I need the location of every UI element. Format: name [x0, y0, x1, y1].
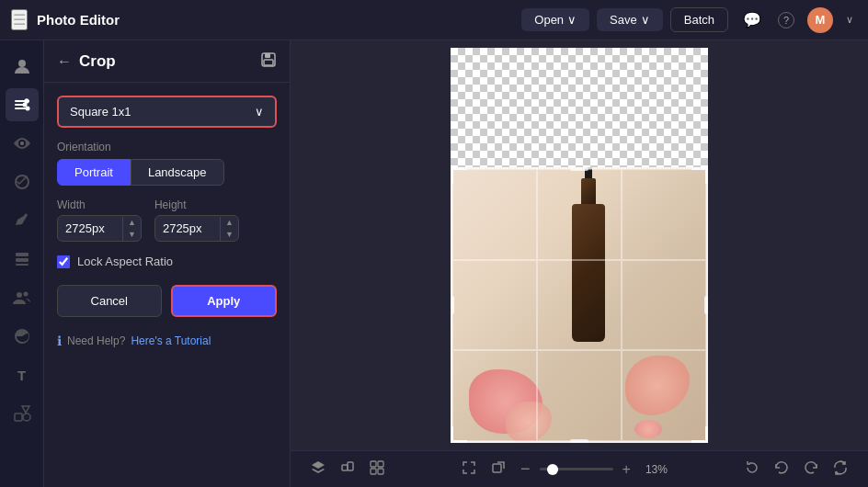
toolbar-history-group	[739, 457, 853, 481]
svg-rect-20	[342, 465, 348, 470]
lock-aspect-label: Lock Aspect Ratio	[77, 255, 173, 268]
chat-button[interactable]: 💬	[739, 7, 765, 32]
toolbar-zoom-group: − + 13%	[456, 456, 673, 482]
crop-handle-top-mid[interactable]	[570, 167, 588, 171]
svg-rect-26	[493, 464, 501, 472]
app-header: ☰ Photo Editor Open ∨ Save ∨ Batch 💬 ? M…	[0, 0, 868, 40]
sidebar-item-layers[interactable]	[6, 243, 39, 276]
crop-grid	[452, 169, 706, 441]
svg-point-13	[23, 292, 28, 297]
save-label: Save	[610, 13, 637, 27]
rotate-ccw-button[interactable]	[739, 457, 765, 481]
svg-rect-24	[371, 469, 376, 474]
height-input[interactable]	[155, 216, 220, 241]
panel-title: Crop	[79, 52, 116, 71]
crop-cell	[537, 169, 622, 260]
zoom-in-button[interactable]: +	[617, 458, 636, 481]
svg-rect-9	[16, 253, 29, 256]
sidebar-item-adjust[interactable]	[6, 88, 39, 121]
undo-button[interactable]	[769, 457, 794, 481]
info-icon: ℹ	[57, 334, 62, 348]
avatar[interactable]: M	[807, 7, 833, 33]
canvas-toolbar: − + 13%	[291, 450, 868, 487]
canvas-content[interactable]	[291, 40, 868, 450]
width-label: Width	[57, 198, 142, 211]
grid-toolbar-button[interactable]	[364, 457, 390, 481]
svg-marker-15	[22, 406, 29, 413]
crop-handle-bl[interactable]	[451, 426, 467, 443]
menu-icon[interactable]: ☰	[11, 9, 28, 30]
lock-aspect-row: Lock Aspect Ratio	[57, 255, 277, 268]
help-row: ℹ Need Help? Here's a Tutorial	[57, 334, 277, 348]
width-stepper: ▲ ▼	[122, 217, 141, 241]
portrait-button[interactable]: Portrait	[57, 159, 131, 186]
save-button[interactable]: Save ∨	[597, 8, 663, 31]
canvas-area: − + 13%	[291, 40, 868, 487]
svg-rect-3	[15, 108, 27, 109]
toolbar-left-group	[305, 457, 390, 481]
height-input-wrap: ▲ ▼	[154, 215, 239, 242]
sidebar-item-eye[interactable]	[6, 127, 39, 160]
reset-button[interactable]	[828, 457, 853, 481]
cancel-button[interactable]: Cancel	[57, 285, 162, 317]
dropdown-value: Square 1x1	[70, 105, 131, 119]
save-panel-icon[interactable]	[260, 51, 277, 71]
orientation-label: Orientation	[57, 141, 277, 153]
help-text: Need Help?	[67, 334, 125, 347]
crop-overlay[interactable]	[451, 167, 708, 443]
svg-rect-18	[265, 53, 270, 58]
crop-handle-right-mid[interactable]	[704, 296, 708, 314]
sidebar-item-text[interactable]: T	[6, 358, 39, 391]
width-increment-button[interactable]: ▲	[123, 217, 141, 229]
zoom-out-button[interactable]: −	[515, 456, 536, 482]
sidebar-item-shapes[interactable]	[6, 397, 39, 430]
tutorial-link[interactable]: Here's a Tutorial	[131, 334, 211, 347]
crop-panel: ← Crop Square 1x1 ∨ Orientation Portrait…	[44, 40, 291, 487]
redo-button[interactable]	[798, 457, 824, 481]
layers-toolbar-button[interactable]	[305, 457, 331, 481]
sidebar-item-person[interactable]	[6, 50, 39, 83]
app-title: Photo Editor	[37, 12, 120, 28]
svg-point-7	[20, 142, 24, 145]
open-button[interactable]: Open ∨	[521, 8, 589, 31]
product-image	[451, 167, 708, 443]
crop-handle-left-mid[interactable]	[451, 296, 454, 314]
landscape-button[interactable]: Landscape	[131, 159, 224, 186]
svg-point-6	[25, 107, 29, 111]
height-increment-button[interactable]: ▲	[221, 217, 238, 229]
aspect-ratio-dropdown[interactable]: Square 1x1 ∨	[57, 96, 277, 128]
lock-aspect-checkbox[interactable]	[57, 255, 70, 268]
fullscreen-button[interactable]	[456, 457, 482, 481]
help-button[interactable]: ?	[774, 7, 798, 32]
sidebar-item-retouch[interactable]	[6, 204, 39, 237]
batch-button[interactable]: Batch	[670, 7, 728, 32]
svg-rect-23	[378, 461, 383, 467]
sidebar-item-people[interactable]	[6, 281, 39, 314]
width-input[interactable]	[58, 216, 122, 241]
crop-cell	[452, 260, 537, 351]
expand-toolbar-button[interactable]	[335, 457, 360, 481]
dropdown-chevron-icon: ∨	[255, 105, 264, 119]
width-decrement-button[interactable]: ▼	[123, 229, 141, 241]
svg-rect-14	[15, 413, 22, 421]
crop-handle-tl[interactable]	[451, 167, 467, 184]
chevron-down-icon[interactable]: ∨	[842, 10, 857, 29]
apply-button[interactable]: Apply	[171, 285, 278, 317]
zoom-display: 13%	[640, 463, 673, 476]
back-button[interactable]: ←	[57, 53, 72, 70]
resize-canvas-button[interactable]	[485, 457, 511, 481]
sidebar-item-stickers[interactable]	[6, 320, 39, 353]
crop-handle-br[interactable]	[691, 426, 708, 443]
zoom-slider[interactable]	[540, 468, 613, 470]
svg-point-16	[23, 413, 30, 421]
panel-body: Square 1x1 ∨ Orientation Portrait Landsc…	[44, 83, 290, 361]
header-right: 💬 ? M ∨	[739, 7, 857, 33]
dimensions-row: Width ▲ ▼ Height ▲	[57, 198, 277, 242]
crop-handle-tr[interactable]	[691, 167, 708, 184]
crop-cell	[622, 260, 706, 351]
width-input-wrap: ▲ ▼	[57, 215, 142, 242]
sidebar-item-effects[interactable]	[6, 165, 39, 198]
chat-icon: 💬	[743, 12, 761, 28]
height-decrement-button[interactable]: ▼	[221, 229, 238, 241]
crop-handle-bottom-mid[interactable]	[570, 439, 588, 443]
